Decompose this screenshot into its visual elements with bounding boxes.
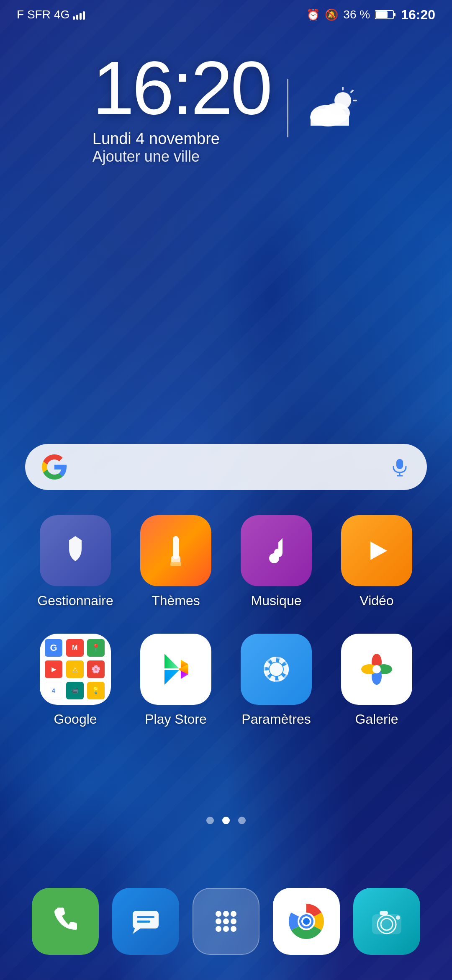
svg-marker-19 xyxy=(164,654,179,668)
app-label-musique: Musique xyxy=(251,593,302,609)
svg-rect-35 xyxy=(137,921,150,923)
svg-marker-33 xyxy=(133,928,141,934)
svg-point-49 xyxy=(303,918,310,925)
dock-icon-camera xyxy=(353,888,420,955)
chrome-svg xyxy=(285,900,327,942)
app-icon-google: G M 📍 ▶ △ 🌸 xyxy=(40,634,111,705)
weather-icon xyxy=(305,87,360,129)
app-label-galerie: Galerie xyxy=(355,712,398,727)
svg-point-17 xyxy=(269,553,279,563)
svg-point-54 xyxy=(396,916,400,920)
signal-bar-2 xyxy=(76,15,78,20)
signal-bar-3 xyxy=(80,13,82,20)
dock-item-messages[interactable] xyxy=(110,888,181,955)
battery-icon xyxy=(375,9,396,20)
weather-widget[interactable] xyxy=(305,87,360,129)
svg-rect-32 xyxy=(133,911,159,928)
app-grid: Gestionnaire Thèmes Musique xyxy=(0,515,452,752)
battery-level: 36 % xyxy=(343,8,370,21)
clock-date: Lundi 4 novembre xyxy=(92,130,220,148)
clock-time: 16:20 xyxy=(92,50,270,126)
app-icon-playstore xyxy=(140,634,211,705)
svg-rect-1 xyxy=(376,11,388,18)
svg-rect-10 xyxy=(311,115,349,126)
app-label-themes: Thèmes xyxy=(152,593,200,609)
dock xyxy=(0,888,452,955)
app-label-video: Vidéo xyxy=(360,593,393,609)
video-svg xyxy=(356,530,398,572)
carrier-label: F SFR xyxy=(17,8,51,21)
app-label-gestionnaire: Gestionnaire xyxy=(37,593,113,609)
svg-rect-14 xyxy=(173,536,179,559)
status-time: 16:20 xyxy=(401,7,435,23)
search-bar[interactable] xyxy=(25,444,427,490)
galerie-svg xyxy=(354,646,400,692)
signal-bars xyxy=(73,10,85,20)
app-label-google: Google xyxy=(54,712,97,727)
app-row-1: Gestionnaire Thèmes Musique xyxy=(25,515,427,609)
page-dots xyxy=(0,817,452,824)
clock-left: 16:20 Lundi 4 novembre Ajouter une ville xyxy=(92,50,270,165)
dot-2[interactable] xyxy=(222,817,230,824)
app-icon-parametres xyxy=(241,634,312,705)
dot-3[interactable] xyxy=(238,817,246,824)
svg-point-40 xyxy=(223,918,229,924)
dot-1[interactable] xyxy=(206,817,214,824)
camera-svg xyxy=(368,903,406,940)
app-item-musique[interactable]: Musique xyxy=(234,515,318,609)
svg-point-38 xyxy=(231,911,236,917)
svg-point-39 xyxy=(216,918,221,924)
dock-item-chrome[interactable] xyxy=(271,888,342,955)
app-icon-video xyxy=(341,515,412,586)
svg-rect-53 xyxy=(380,911,388,915)
playstore-svg xyxy=(153,646,199,692)
gestionnaire-svg xyxy=(54,530,96,572)
svg-point-42 xyxy=(216,926,221,932)
app-icon-gestionnaire xyxy=(40,515,111,586)
dock-icon-chrome xyxy=(273,888,340,955)
svg-rect-11 xyxy=(396,459,403,469)
svg-point-37 xyxy=(223,911,229,917)
svg-point-24 xyxy=(270,663,283,676)
dock-item-phone[interactable] xyxy=(30,888,101,955)
app-item-gestionnaire[interactable]: Gestionnaire xyxy=(33,515,117,609)
silent-icon: 🔕 xyxy=(325,8,338,21)
app-icon-musique xyxy=(241,515,312,586)
svg-point-36 xyxy=(216,911,221,917)
google-logo xyxy=(42,454,67,480)
svg-marker-20 xyxy=(164,670,179,685)
svg-point-41 xyxy=(231,918,236,924)
musique-svg xyxy=(255,530,297,572)
app-item-video[interactable]: Vidéo xyxy=(335,515,419,609)
mic-icon[interactable] xyxy=(389,456,410,477)
app-icon-galerie xyxy=(341,634,412,705)
messages-svg xyxy=(127,903,164,940)
app-item-playstore[interactable]: Play Store xyxy=(134,634,218,727)
app-item-galerie[interactable]: Galerie xyxy=(335,634,419,727)
dock-icon-messages xyxy=(112,888,179,955)
signal-bar-1 xyxy=(73,16,75,20)
svg-line-5 xyxy=(351,90,353,92)
app-label-playstore: Play Store xyxy=(145,712,207,727)
app-icon-themes xyxy=(140,515,211,586)
svg-point-31 xyxy=(372,665,381,673)
clock-city[interactable]: Ajouter une ville xyxy=(92,148,200,165)
clock-divider xyxy=(287,79,288,137)
app-item-google[interactable]: G M 📍 ▶ △ 🌸 xyxy=(33,634,117,727)
svg-rect-16 xyxy=(170,562,181,566)
parametres-svg xyxy=(253,646,299,692)
dock-item-drawer[interactable] xyxy=(190,888,262,955)
dock-item-camera[interactable] xyxy=(351,888,422,955)
alarm-icon: ⏰ xyxy=(306,8,320,21)
app-item-themes[interactable]: Thèmes xyxy=(134,515,218,609)
status-left: F SFR 4G xyxy=(17,8,85,21)
drawer-svg xyxy=(207,903,245,940)
svg-rect-2 xyxy=(393,13,396,16)
status-bar: F SFR 4G ⏰ 🔕 36 % 16:20 xyxy=(0,0,452,29)
status-right: ⏰ 🔕 36 % 16:20 xyxy=(306,7,435,23)
svg-rect-34 xyxy=(137,916,154,918)
dock-icon-drawer xyxy=(193,888,259,955)
svg-point-43 xyxy=(223,926,229,932)
app-item-parametres[interactable]: Paramètres xyxy=(234,634,318,727)
network-type: 4G xyxy=(54,8,69,21)
